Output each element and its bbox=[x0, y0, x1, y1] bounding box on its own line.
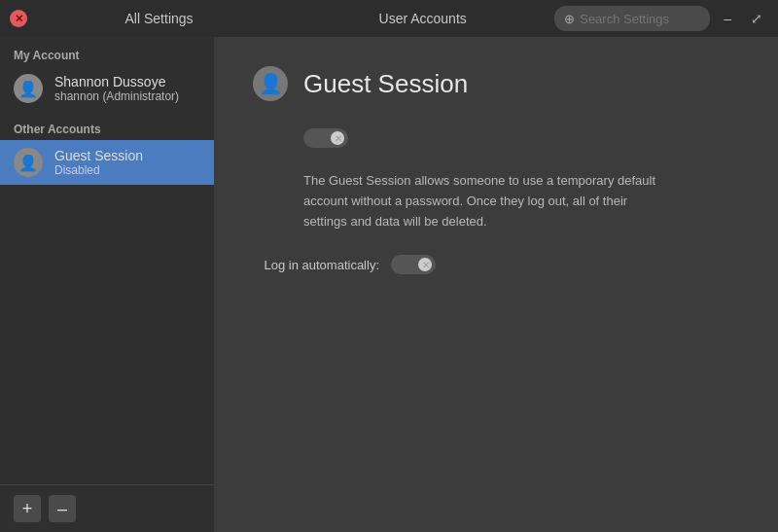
content-area: 👤 Guest Session ✕ The Guest Session allo… bbox=[214, 37, 778, 532]
auto-login-x-icon: ✕ bbox=[422, 260, 430, 270]
toggle-x-icon: ✕ bbox=[335, 133, 342, 144]
guest-session-text: Guest Session Disabled bbox=[54, 148, 143, 177]
search-input[interactable] bbox=[580, 12, 700, 26]
titlebar-actions: ⊕ – ⤢ bbox=[554, 6, 768, 31]
auto-login-row: Log in automatically: ✕ bbox=[253, 255, 739, 274]
avatar-icon: 👤 bbox=[14, 74, 43, 103]
close-button[interactable]: ✕ bbox=[10, 10, 27, 27]
titlebar-left: All Settings bbox=[27, 11, 291, 26]
guest-session-name: Guest Session bbox=[54, 148, 143, 163]
titlebar-center: User Accounts bbox=[291, 11, 554, 26]
my-account-label: My Account bbox=[0, 37, 214, 66]
search-icon: ⊕ bbox=[564, 12, 575, 26]
other-accounts-label: Other Accounts bbox=[0, 111, 214, 140]
auto-login-toggle[interactable]: ✕ bbox=[391, 255, 436, 274]
my-account-name: Shannon Dussoye bbox=[54, 74, 179, 89]
content-header: 👤 Guest Session bbox=[253, 66, 739, 101]
auto-login-label: Log in automatically: bbox=[253, 258, 379, 272]
page-title: Guest Session bbox=[303, 69, 468, 99]
main-toggle-row: ✕ bbox=[253, 128, 739, 148]
maximize-button[interactable]: ⤢ bbox=[745, 9, 768, 28]
sidebar-item-guest-session[interactable]: 👤 Guest Session Disabled bbox=[0, 140, 214, 185]
guest-session-toggle[interactable]: ✕ bbox=[303, 128, 348, 148]
sidebar: My Account 👤 Shannon Dussoye shannon (Ad… bbox=[0, 37, 214, 532]
titlebar: ✕ All Settings User Accounts ⊕ – ⤢ bbox=[0, 0, 778, 37]
my-account-text: Shannon Dussoye shannon (Administrator) bbox=[54, 74, 179, 103]
main-layout: My Account 👤 Shannon Dussoye shannon (Ad… bbox=[0, 37, 778, 532]
sidebar-item-my-account[interactable]: 👤 Shannon Dussoye shannon (Administrator… bbox=[0, 66, 214, 111]
sidebar-bottom: + – bbox=[0, 484, 214, 532]
add-account-button[interactable]: + bbox=[14, 495, 41, 522]
guest-session-sub: Disabled bbox=[54, 163, 143, 177]
minimize-button[interactable]: – bbox=[718, 9, 737, 28]
search-bar[interactable]: ⊕ bbox=[554, 6, 710, 31]
sidebar-spacer bbox=[0, 185, 214, 484]
my-account-sub: shannon (Administrator) bbox=[54, 89, 179, 103]
content-avatar-icon: 👤 bbox=[253, 66, 288, 101]
section-title: User Accounts bbox=[379, 11, 467, 26]
remove-account-button[interactable]: – bbox=[49, 495, 76, 522]
guest-session-description: The Guest Session allows someone to use … bbox=[253, 171, 661, 231]
all-settings-title: All Settings bbox=[125, 11, 194, 26]
guest-avatar-icon: 👤 bbox=[14, 148, 43, 177]
